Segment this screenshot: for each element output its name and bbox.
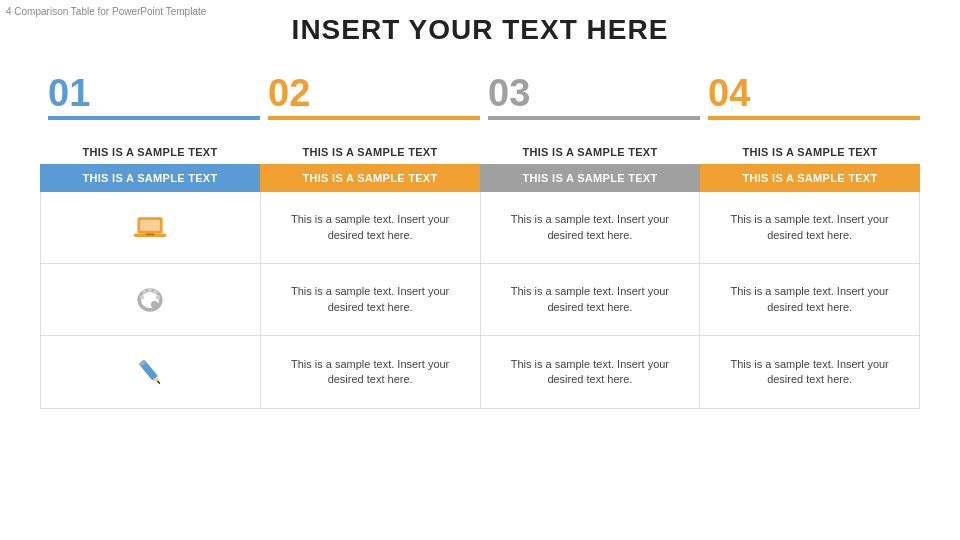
number-col-2: 02 [260, 74, 480, 120]
svg-rect-1 [140, 219, 160, 230]
svg-point-6 [140, 295, 145, 300]
data-cell-row2-col3: This is a sample text. Insert your desir… [481, 264, 701, 335]
header-cell-4: THIS IS A SAMPLE TEXT [700, 164, 920, 192]
number-bar-1 [48, 116, 260, 120]
number-bar-2 [268, 116, 480, 120]
data-table: This is a sample text. Insert your desir… [40, 192, 920, 409]
svg-point-9 [154, 289, 159, 294]
comparison-table: THIS IS A SAMPLE TEXT THIS IS A SAMPLE T… [40, 138, 920, 409]
data-cell-row1-col3: This is a sample text. Insert your desir… [481, 192, 701, 263]
data-cell-row1-col4: This is a sample text. Insert your desir… [700, 192, 919, 263]
icon-cell-laptop [41, 192, 261, 263]
svg-point-8 [148, 287, 153, 292]
number-label-2: 02 [268, 74, 310, 112]
palette-icon [132, 282, 168, 318]
subtitle-col-2: THIS IS A SAMPLE TEXT [260, 146, 480, 158]
svg-rect-3 [146, 233, 155, 235]
header-cell-1: THIS IS A SAMPLE TEXT [40, 164, 260, 192]
number-col-4: 04 [700, 74, 920, 120]
table-row: This is a sample text. Insert your desir… [41, 192, 919, 264]
subtitle-col-3: THIS IS A SAMPLE TEXT [480, 146, 700, 158]
number-col-3: 03 [480, 74, 700, 120]
number-col-1: 01 [40, 74, 260, 120]
header-cell-3: THIS IS A SAMPLE TEXT [480, 164, 700, 192]
data-cell-row3-col3: This is a sample text. Insert your desir… [481, 336, 701, 408]
header-row: THIS IS A SAMPLE TEXT THIS IS A SAMPLE T… [40, 164, 920, 192]
subtitle-col-4: THIS IS A SAMPLE TEXT [700, 146, 920, 158]
data-cell-row3-col4: This is a sample text. Insert your desir… [700, 336, 919, 408]
subtitle-row: THIS IS A SAMPLE TEXT THIS IS A SAMPLE T… [40, 138, 920, 164]
table-row: This is a sample text. Insert your desir… [41, 264, 919, 336]
icon-cell-pencil [41, 336, 261, 408]
number-label-3: 03 [488, 74, 530, 112]
numbers-section: 01 02 03 04 [40, 74, 920, 120]
number-label-1: 01 [48, 74, 90, 112]
data-cell-row2-col4: This is a sample text. Insert your desir… [700, 264, 919, 335]
number-label-4: 04 [708, 74, 750, 112]
data-cell-row1-col2: This is a sample text. Insert your desir… [261, 192, 481, 263]
laptop-icon [132, 210, 168, 246]
table-row: This is a sample text. Insert your desir… [41, 336, 919, 408]
pencil-icon [132, 354, 168, 390]
watermark-label: 4 Comparison Table for PowerPoint Templa… [6, 6, 206, 17]
svg-line-15 [158, 381, 160, 384]
svg-point-11 [151, 300, 158, 307]
subtitle-col-1: THIS IS A SAMPLE TEXT [40, 146, 260, 158]
number-bar-4 [708, 116, 920, 120]
data-cell-row3-col2: This is a sample text. Insert your desir… [261, 336, 481, 408]
svg-point-10 [156, 295, 161, 300]
svg-point-7 [143, 289, 148, 294]
icon-cell-palette [41, 264, 261, 335]
data-cell-row2-col2: This is a sample text. Insert your desir… [261, 264, 481, 335]
number-bar-3 [488, 116, 700, 120]
header-cell-2: THIS IS A SAMPLE TEXT [260, 164, 480, 192]
